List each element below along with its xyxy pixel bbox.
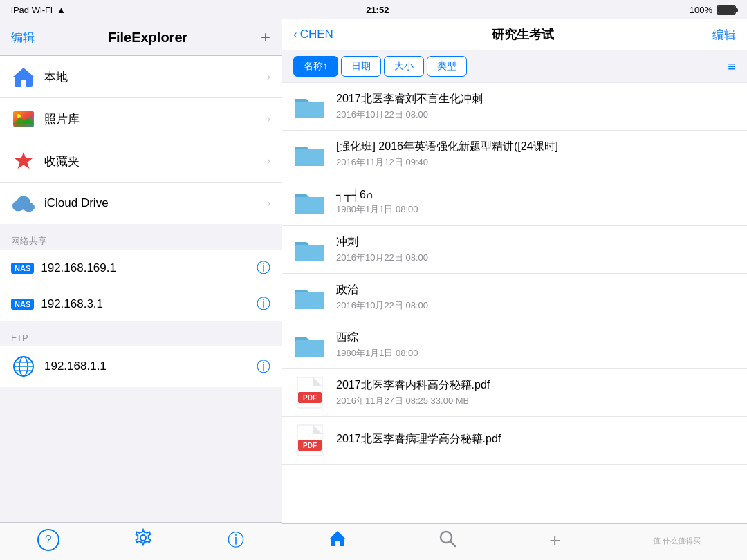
- sort-name-button[interactable]: 名称↑: [293, 56, 338, 77]
- sort-type-button[interactable]: 类型: [427, 56, 467, 77]
- file-meta-7: 2016年11月27日 08:25 33.00 MB: [336, 395, 736, 407]
- add-button-left[interactable]: +: [261, 28, 270, 47]
- ftp1-address: 192.168.1.1: [44, 360, 257, 373]
- folder-icon-5: [293, 282, 326, 312]
- file-info-5: 政治 2016年10月22日 08:00: [336, 283, 736, 312]
- icloud-item[interactable]: iCloud Drive ›: [0, 183, 282, 224]
- nas1-badge: NAS: [11, 263, 34, 274]
- status-bar: iPad Wi-Fi ▲ 21:52 100%: [0, 0, 747, 19]
- file-info-3: ┐┬┤6∩ 1980年1月1日 08:00: [336, 189, 736, 216]
- file-info-6: 西综 1980年1月1日 08:00: [336, 330, 736, 360]
- list-item[interactable]: PDF 2017北医李睿病理学高分秘籍.pdf: [282, 417, 747, 465]
- icloud-label: iCloud Drive: [44, 196, 267, 210]
- add-tab-button[interactable]: +: [549, 530, 560, 552]
- back-label: CHEN: [300, 28, 333, 41]
- ftp1-item[interactable]: 192.168.1.1 ⓘ: [0, 346, 282, 387]
- svg-line-35: [450, 541, 455, 546]
- file-name-5: 政治: [336, 283, 736, 297]
- sort-size-button[interactable]: 大小: [384, 56, 424, 77]
- svg-rect-22: [295, 245, 324, 261]
- list-item[interactable]: 冲刺 2016年10月22日 08:00: [282, 226, 747, 274]
- svg-rect-12: [15, 203, 33, 209]
- file-name-4: 冲刺: [336, 235, 736, 250]
- app-title: FileExplorer: [108, 30, 188, 46]
- search-tab-button[interactable]: [439, 530, 456, 552]
- folder-icon-3: [293, 187, 326, 217]
- nas1-info-icon[interactable]: ⓘ: [257, 259, 270, 277]
- star-icon: [11, 149, 36, 174]
- nas2-badge: NAS: [11, 299, 34, 310]
- list-item[interactable]: ┐┬┤6∩ 1980年1月1日 08:00: [282, 178, 747, 226]
- file-info-7: 2017北医李睿内科高分秘籍.pdf 2016年11月27日 08:25 33.…: [336, 378, 736, 407]
- nas1-item[interactable]: NAS 192.168.169.1 ⓘ: [0, 250, 282, 286]
- local-label: 本地: [44, 69, 267, 85]
- nas2-item[interactable]: NAS 192.168.3.1 ⓘ: [0, 286, 282, 321]
- status-right: 100%: [690, 5, 736, 15]
- list-item[interactable]: [强化班] 2016年英语强化新题型精讲([24课时] 2016年11月12日 …: [282, 131, 747, 178]
- photos-icon: [11, 106, 36, 131]
- status-ipad: iPad Wi-Fi: [11, 5, 53, 15]
- favorites-item[interactable]: 收藏夹 ›: [0, 140, 282, 183]
- file-name-3: ┐┬┤6∩: [336, 189, 736, 201]
- wifi-icon: ▲: [57, 5, 66, 15]
- pdf-icon-7: PDF: [293, 377, 326, 408]
- ftp-section: 192.168.1.1 ⓘ: [0, 346, 282, 387]
- file-meta-4: 2016年10月22日 08:00: [336, 252, 736, 264]
- sort-date-button[interactable]: 日期: [341, 56, 381, 77]
- pdf-icon-8: PDF: [293, 425, 326, 456]
- chevron-icon-4: ›: [267, 197, 270, 209]
- folder-icon-4: [293, 234, 326, 265]
- list-item[interactable]: PDF 2017北医李睿内科高分秘籍.pdf 2016年11月27日 08:25…: [282, 369, 747, 417]
- edit-button-left[interactable]: 编辑: [11, 30, 35, 46]
- main-content: 编辑 FileExplorer + 本地 ›: [0, 19, 747, 560]
- right-tabbar: + 值 什么值得买: [282, 523, 747, 560]
- photos-label: 照片库: [44, 111, 267, 127]
- edit-button-right[interactable]: 编辑: [712, 27, 736, 43]
- chevron-icon-2: ›: [267, 113, 270, 125]
- svg-marker-8: [15, 152, 33, 169]
- back-button[interactable]: ‹ CHEN: [293, 28, 333, 41]
- help-button[interactable]: ?: [37, 529, 59, 551]
- chevron-icon: ›: [267, 71, 270, 83]
- svg-text:PDF: PDF: [303, 394, 317, 402]
- nas1-address: 192.168.169.1: [41, 261, 257, 275]
- svg-rect-21: [295, 197, 324, 214]
- list-item[interactable]: 西综 1980年1月1日 08:00: [282, 321, 747, 369]
- globe-icon: [11, 354, 36, 379]
- home-tab-button[interactable]: [329, 530, 347, 552]
- info-button[interactable]: ⓘ: [228, 529, 244, 551]
- svg-rect-19: [295, 102, 324, 118]
- file-info-8: 2017北医李睿病理学高分秘籍.pdf: [336, 432, 736, 449]
- svg-rect-2: [21, 80, 26, 87]
- local-section: 本地 ›: [0, 56, 282, 224]
- battery-label: 100%: [690, 5, 712, 15]
- sort-menu-button[interactable]: ≡: [728, 59, 736, 75]
- file-meta-6: 1980年1月1日 08:00: [336, 347, 736, 360]
- file-name-1: 2017北医李睿刘不言生化冲刺: [336, 92, 736, 106]
- file-info-4: 冲刺 2016年10月22日 08:00: [336, 235, 736, 264]
- right-panel: ‹ CHEN 研究生考试 编辑 名称↑ 日期 大小 类型 ≡: [282, 19, 747, 560]
- battery-fill: [718, 6, 735, 13]
- nas-section: NAS 192.168.169.1 ⓘ NAS 192.168.3.1 ⓘ: [0, 250, 282, 321]
- list-item[interactable]: 2017北医李睿刘不言生化冲刺 2016年10月22日 08:00: [282, 83, 747, 131]
- icloud-icon: [11, 191, 36, 216]
- network-section-label: 网络共享: [0, 230, 282, 250]
- battery-icon: [717, 5, 736, 15]
- file-meta-3: 1980年1月1日 08:00: [336, 203, 736, 216]
- file-info-2: [强化班] 2016年英语强化新题型精讲([24课时] 2016年11月12日 …: [336, 140, 736, 169]
- list-item[interactable]: 政治 2016年10月22日 08:00: [282, 274, 747, 321]
- svg-rect-20: [295, 149, 324, 166]
- photos-item[interactable]: 照片库 ›: [0, 98, 282, 140]
- settings-button[interactable]: [133, 528, 153, 552]
- left-panel: 编辑 FileExplorer + 本地 ›: [0, 19, 282, 560]
- back-chevron-icon: ‹: [293, 28, 297, 41]
- left-header: 编辑 FileExplorer +: [0, 19, 282, 56]
- local-item[interactable]: 本地 ›: [0, 56, 282, 98]
- nas2-info-icon[interactable]: ⓘ: [257, 295, 270, 313]
- sort-bar: 名称↑ 日期 大小 类型 ≡: [282, 50, 747, 83]
- ftp1-info-icon[interactable]: ⓘ: [257, 357, 270, 376]
- file-name-6: 西综: [336, 330, 736, 345]
- right-panel-title: 研究生考试: [333, 26, 712, 43]
- svg-rect-24: [295, 340, 324, 357]
- watermark-label: 值 什么值得买: [653, 536, 701, 546]
